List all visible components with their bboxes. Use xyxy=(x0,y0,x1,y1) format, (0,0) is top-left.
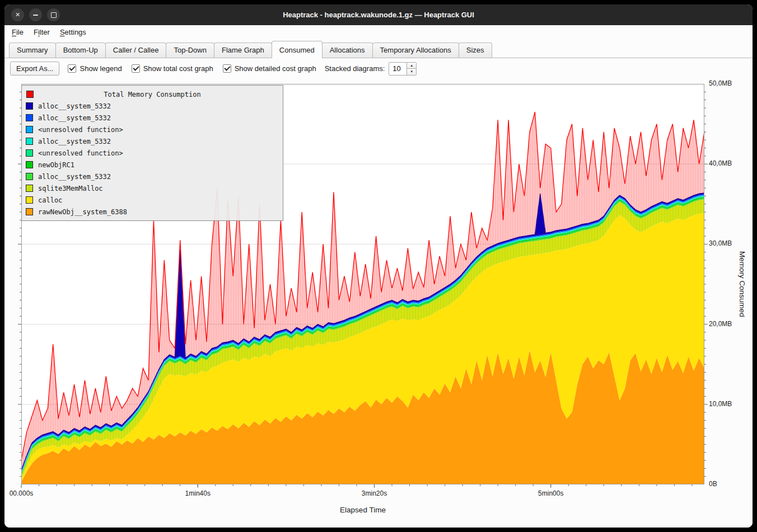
x-tick-label: 5min00s xyxy=(538,489,563,497)
spin-up-button[interactable]: ▲ xyxy=(407,63,416,69)
legend-swatch xyxy=(26,185,33,192)
tabbar: SummaryBottom-UpCaller / CalleeTop-DownF… xyxy=(4,39,753,58)
legend-title: Total Memory Consumption xyxy=(26,88,279,100)
minimize-button[interactable] xyxy=(29,8,42,21)
maximize-icon xyxy=(51,12,57,18)
export-as-button[interactable]: Export As... xyxy=(10,62,59,76)
close-icon: ✕ xyxy=(15,12,20,18)
minimize-icon xyxy=(33,15,38,16)
checkbox-label: Show detailed cost graph xyxy=(235,64,316,73)
tab-top-down[interactable]: Top-Down xyxy=(166,43,214,58)
toolbar: Export As... Show legendShow total cost … xyxy=(4,58,753,78)
legend-swatch xyxy=(26,114,33,121)
legend-item: <unresolved function> xyxy=(26,124,279,135)
x-axis-title: Elapsed Time xyxy=(340,506,386,514)
legend-swatch xyxy=(26,208,33,215)
tab-temporary-allocations[interactable]: Temporary Allocations xyxy=(372,43,459,58)
legend-label: newObjRC1 xyxy=(38,161,74,169)
spin-up-icon: ▲ xyxy=(410,64,413,67)
legend-label: calloc xyxy=(38,196,62,204)
spin-down-icon: ▼ xyxy=(410,70,413,73)
heaptrack-window: ✕ Heaptrack - heaptrack.wakunode.1.gz — … xyxy=(4,4,753,528)
legend-swatch xyxy=(26,161,33,168)
legend-swatch xyxy=(26,173,33,180)
checkbox-show-total-cost-graph[interactable]: Show total cost graph xyxy=(132,64,213,73)
checkbox-show-detailed-cost-graph[interactable]: Show detailed cost graph xyxy=(223,64,316,73)
legend-swatch xyxy=(26,196,33,204)
chart-area: Total Memory Consumptionalloc__system_53… xyxy=(4,78,753,528)
x-tick-label: 00.000s xyxy=(10,489,34,497)
y-tick-label: 10,0MB xyxy=(709,400,732,408)
legend-swatch xyxy=(26,91,34,98)
y-tick-label: 20,0MB xyxy=(709,320,732,328)
menu-item-settings[interactable]: Settings xyxy=(55,26,91,38)
checkbox-box xyxy=(68,64,76,73)
legend-swatch xyxy=(26,149,33,157)
legend-item: calloc xyxy=(26,194,279,206)
toolbar-checkboxes: Show legendShow total cost graphShow det… xyxy=(68,64,316,73)
close-button[interactable]: ✕ xyxy=(11,8,24,21)
legend-label: alloc__system_5332 xyxy=(38,102,111,110)
checkbox-label: Show total cost graph xyxy=(143,64,213,73)
legend-swatch xyxy=(26,138,33,145)
tab-sizes[interactable]: Sizes xyxy=(459,43,492,58)
legend-label: alloc__system_5332 xyxy=(38,114,111,122)
legend-item: <unresolved function> xyxy=(26,147,279,159)
window-title: Heaptrack - heaptrack.wakunode.1.gz — He… xyxy=(4,11,753,19)
legend-label: Total Memory Consumption xyxy=(104,91,200,98)
legend-swatch xyxy=(26,126,33,133)
menu-item-filter[interactable]: Filter xyxy=(29,26,55,38)
legend-label: rawNewObj__system_6388 xyxy=(38,208,127,216)
tab-flame-graph[interactable]: Flame Graph xyxy=(214,43,272,58)
menubar: FileFilterSettings xyxy=(4,25,753,39)
checkbox-box xyxy=(132,64,140,73)
y-tick-label: 0B xyxy=(709,480,717,488)
window-controls: ✕ xyxy=(11,4,60,25)
y-tick-label: 50,0MB xyxy=(709,79,732,87)
y-tick-label: 40,0MB xyxy=(709,159,732,167)
tab-summary[interactable]: Summary xyxy=(9,43,56,58)
checkbox-box xyxy=(223,64,231,73)
y-tick-label: 30,0MB xyxy=(709,239,732,247)
x-tick-label: 1min40s xyxy=(185,489,211,497)
checkbox-show-legend[interactable]: Show legend xyxy=(68,64,122,73)
stacked-diagrams-control: Stacked diagrams: 10 ▲ ▼ xyxy=(325,62,417,76)
legend-label: alloc__system_5332 xyxy=(38,138,111,145)
legend-label: sqlite3MemMalloc xyxy=(38,185,103,192)
maximize-button[interactable] xyxy=(47,8,60,21)
x-tick-label: 3min20s xyxy=(362,489,387,497)
tab-caller-callee[interactable]: Caller / Callee xyxy=(105,43,167,58)
legend-swatch xyxy=(26,102,33,110)
legend-item: alloc__system_5332 xyxy=(26,135,279,147)
stacked-diagrams-input[interactable]: 10 xyxy=(389,63,406,75)
tab-bottom-up[interactable]: Bottom-Up xyxy=(55,43,106,58)
tab-consumed[interactable]: Consumed xyxy=(272,41,323,58)
legend-item: alloc__system_5332 xyxy=(26,100,279,112)
titlebar: ✕ Heaptrack - heaptrack.wakunode.1.gz — … xyxy=(4,4,753,25)
checkbox-label: Show legend xyxy=(80,64,122,73)
legend-label: alloc__system_5332 xyxy=(38,173,111,181)
legend-item: alloc__system_5332 xyxy=(26,171,279,182)
y-axis-title: Memory Consumed xyxy=(738,84,746,484)
stacked-diagrams-spinbox: 10 ▲ ▼ xyxy=(389,62,417,76)
spin-buttons: ▲ ▼ xyxy=(406,63,416,75)
stacked-diagrams-label: Stacked diagrams: xyxy=(325,64,385,73)
legend-item: rawNewObj__system_6388 xyxy=(26,206,279,218)
legend-label: <unresolved function> xyxy=(38,149,123,157)
spin-down-button[interactable]: ▼ xyxy=(407,68,416,75)
legend-label: <unresolved function> xyxy=(38,126,123,134)
menu-item-file[interactable]: File xyxy=(7,26,29,38)
legend-item: sqlite3MemMalloc xyxy=(26,182,279,194)
chart-legend: Total Memory Consumptionalloc__system_53… xyxy=(21,85,283,221)
tab-allocations[interactable]: Allocations xyxy=(322,43,373,58)
legend-item: alloc__system_5332 xyxy=(26,112,279,124)
legend-item: newObjRC1 xyxy=(26,159,279,171)
